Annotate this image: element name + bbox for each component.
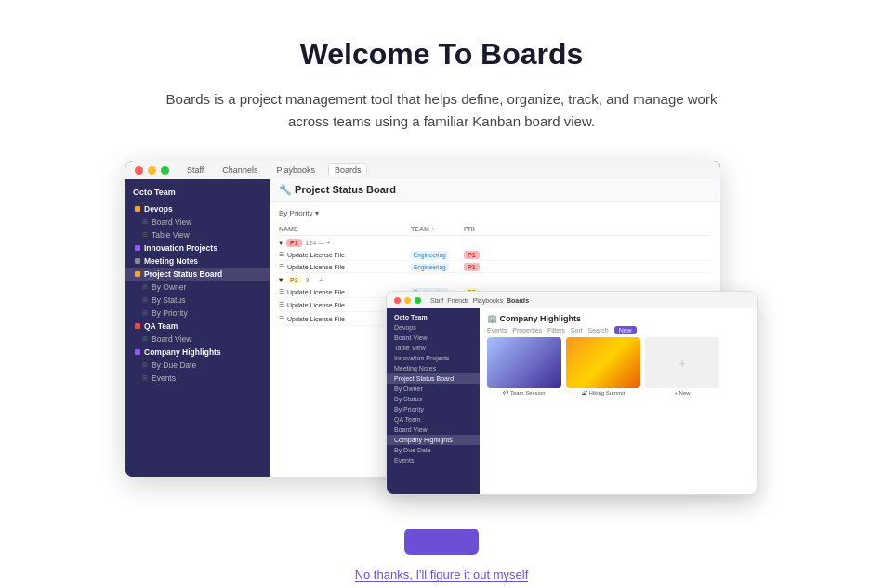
table-header: NAME TEAM ↑ PRI <box>279 223 711 236</box>
card-2: 🏕 Hiking Summit <box>566 337 640 396</box>
sec-board-view: Board View <box>387 333 480 343</box>
status-icon: ⊞ <box>142 296 148 304</box>
card-label-1: 🏷 Team Session <box>487 390 561 396</box>
sec-filter-bar: Events Properties Filters Sort Search Ne… <box>487 327 749 333</box>
sec-by-status: By Status <box>387 394 480 404</box>
meeting-dot <box>135 258 140 264</box>
sec-qa-board: Board View <box>387 425 480 435</box>
sidebar-qa-team[interactable]: QA Team <box>125 320 270 333</box>
board-view-icon: ⊞ <box>142 218 148 226</box>
card-1: 🏷 Team Session <box>487 337 561 396</box>
col-team-header: TEAM ↑ <box>411 226 462 232</box>
card-label-new: + New <box>645 390 719 396</box>
card-label-2: 🏕 Hiking Summit <box>566 390 640 396</box>
sidebar-company-highlights[interactable]: Company Highlights <box>125 346 270 359</box>
col-name-header: NAME <box>279 226 409 232</box>
sec-dot-yellow <box>404 297 411 304</box>
project-status-dot <box>135 271 140 277</box>
events-icon: ⊞ <box>142 374 148 382</box>
sec-octo-team: Octo Team <box>387 312 480 322</box>
sec-project-status: Project Status Board <box>387 373 480 384</box>
sec-devops: Devops <box>387 322 480 333</box>
sec-by-due-date: By Due Date <box>387 445 480 455</box>
main-topbar: 🔧 Project Status Board <box>270 179 720 202</box>
sec-title-bar: Staff Friends Playbooks Boards <box>387 292 757 308</box>
workspace-name: Octo Team <box>133 188 176 197</box>
dot-yellow <box>148 166 156 175</box>
sidebar-board-view-2[interactable]: ⊞ Board View <box>125 333 270 346</box>
sidebar-table-view-1[interactable]: ☰ Table View <box>125 229 270 242</box>
skip-link[interactable]: No thanks, I'll figure it out myself <box>355 568 529 582</box>
dot-red <box>135 166 143 175</box>
sidebar-project-status[interactable]: Project Status Board <box>125 268 270 281</box>
row-p1-2: P1 <box>464 263 480 271</box>
dot-green <box>161 166 169 175</box>
sec-dot-red <box>394 297 401 304</box>
table-row: ☰ Update License File Engineering P1 <box>279 261 711 273</box>
sec-meeting: Meeting Notes <box>387 363 480 373</box>
sec-events: Events <box>387 455 480 465</box>
group-p2: ▾ P2 3 — + <box>279 273 711 286</box>
priority-icon: ⊞ <box>142 309 148 317</box>
card-new-placeholder: + <box>645 337 719 388</box>
sidebar-board-view-1[interactable]: ⊞ Board View <box>125 216 270 229</box>
row-icon-3: ☰ <box>279 288 284 295</box>
due-date-icon: ⊞ <box>142 361 148 369</box>
row-icon-4: ☰ <box>279 301 284 308</box>
cta-section: No thanks, I'll figure it out myself <box>355 529 529 582</box>
col-pri-header: PRI <box>464 226 496 232</box>
qa-board-icon: ⊞ <box>142 335 148 343</box>
innovation-dot <box>135 245 140 251</box>
sidebar-by-priority[interactable]: ⊞ By Priority <box>125 307 270 320</box>
card-hiking <box>566 337 640 388</box>
card-team-session <box>487 337 561 388</box>
sec-board-title: 🏢 Company Highlights <box>487 314 749 323</box>
sidebar-innovation[interactable]: Innovation Projects <box>125 242 270 255</box>
devops-dot <box>135 206 140 212</box>
tab-boards: Boards <box>328 163 368 176</box>
sec-dot-green <box>415 297 421 304</box>
secondary-screenshot: Staff Friends Playbooks Boards Octo Team… <box>386 291 758 495</box>
sec-main-content: 🏢 Company Highlights Events Properties F… <box>480 308 757 494</box>
tab-playbooks: Playbooks <box>270 164 321 176</box>
highlights-dot <box>135 349 140 355</box>
sec-cards: 🏷 Team Session 🏕 Hiking Summit + + <box>487 337 749 396</box>
sec-by-priority: By Priority <box>387 404 480 414</box>
sidebar-by-status[interactable]: ⊞ By Status <box>125 294 270 307</box>
sidebar-meeting[interactable]: Meeting Notes <box>125 255 270 268</box>
row-icon-1: ☰ <box>279 251 284 258</box>
group-p1: ▾ P1 124 — + <box>279 236 711 249</box>
take-tour-button[interactable] <box>404 529 479 555</box>
row-icon-2: ☰ <box>279 263 284 270</box>
board-title: 🔧 Project Status Board <box>279 184 396 196</box>
card-new: + + New <box>645 337 719 396</box>
main-sidebar: Octo Team Devops ⊞ Board View ☰ Table Vi… <box>125 179 270 477</box>
sidebar-devops[interactable]: Devops <box>125 203 270 216</box>
sidebar-by-owner[interactable]: ⊞ By Owner <box>125 281 270 294</box>
tab-staff: Staff <box>181 164 209 176</box>
team-tag: Engineering <box>411 263 449 271</box>
tab-channels: Channels <box>217 164 263 176</box>
sidebar-workspace: Octo Team <box>125 185 270 203</box>
main-title-bar: Staff Channels Playbooks Boards <box>125 161 720 179</box>
table-row: ☰ Update License File Engineering P1 <box>279 249 711 261</box>
p2-badge: P2 <box>286 276 302 284</box>
row-p1: P1 <box>464 251 480 259</box>
card-img-2 <box>566 337 640 388</box>
sec-company-highlights: Company Highlights <box>387 435 480 445</box>
page-title: Welcome To Boards <box>300 37 584 72</box>
p1-badge: P1 <box>286 239 302 247</box>
table-view-icon: ☰ <box>142 231 148 239</box>
board-filter: By Priority ▾ <box>279 209 711 217</box>
sec-sidebar: Octo Team Devops Board View Table View I… <box>387 308 480 494</box>
sidebar-by-due-date[interactable]: ⊞ By Due Date <box>125 359 270 372</box>
page-subtitle: Boards is a project management tool that… <box>163 88 720 133</box>
sec-innovation: Innovation Projects <box>387 353 480 363</box>
qa-dot <box>135 323 140 329</box>
team-tag: Engineering <box>411 251 449 259</box>
sec-layout: Octo Team Devops Board View Table View I… <box>387 308 757 494</box>
title-bar-tabs: Staff Channels Playbooks Boards <box>181 163 367 176</box>
mockup-container: Staff Channels Playbooks Boards Octo Tea… <box>125 161 758 495</box>
sec-by-owner: By Owner <box>387 384 480 394</box>
sidebar-events[interactable]: ⊞ Events <box>125 372 270 385</box>
